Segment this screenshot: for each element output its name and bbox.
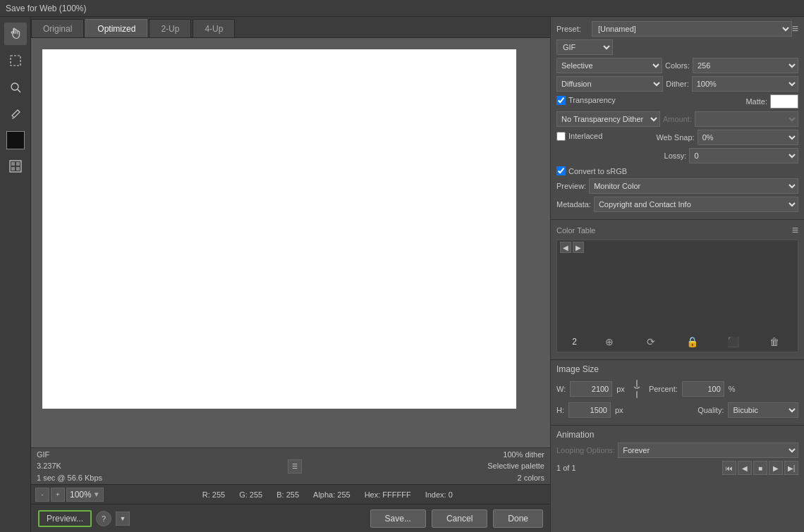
tab-original[interactable]: Original <box>31 19 84 37</box>
ct-icon3[interactable]: 🔒 <box>683 335 700 349</box>
svg-point-1 <box>11 83 18 90</box>
preview-button[interactable]: Preview... <box>38 510 92 527</box>
svg-rect-5 <box>16 162 20 166</box>
colors-select[interactable]: 256 <box>693 58 798 73</box>
canvas-content <box>42 49 516 409</box>
looping-row: Looping Options: Forever <box>556 443 798 458</box>
lossy-label: Lossy: <box>664 151 687 160</box>
zoom-out-btn[interactable]: - <box>35 488 49 502</box>
anim-next-btn[interactable]: ▶| <box>784 461 798 475</box>
ct-icon4[interactable]: ⬛ <box>724 335 741 349</box>
hex-value: Hex: FFFFFF <box>365 490 411 499</box>
format-select[interactable]: GIF <box>556 39 613 55</box>
transparency-row: Transparency Matte: <box>556 94 798 109</box>
color-table-header: Color Table ≡ <box>556 224 798 237</box>
color-table-nav: ◀ ▶ <box>560 242 584 253</box>
preview-setting-select[interactable]: Monitor Color <box>589 178 798 194</box>
preset-section: Preset: [Unnamed] ≡ GIF Selective Colors… <box>551 17 804 220</box>
percent-input[interactable] <box>682 381 724 397</box>
quality-select[interactable]: Bicubic <box>728 402 798 418</box>
width-input[interactable] <box>570 381 612 397</box>
transparency-checkbox-row: Transparency <box>556 96 743 105</box>
diffusion-row: Diffusion Dither: 100% <box>556 76 798 92</box>
looping-label: Looping Options: <box>556 446 615 454</box>
foreground-color-box[interactable] <box>6 131 25 149</box>
metadata-row: Metadata: Copyright and Contact Info <box>556 197 798 212</box>
help-button[interactable]: ? <box>96 511 111 526</box>
transparency-dither-select[interactable]: No Transparency Dither <box>556 111 660 127</box>
view-toggle-btn[interactable] <box>4 155 27 178</box>
page-of-label: 1 of 1 <box>556 464 576 472</box>
width-row: W: px Percent: % <box>556 378 798 400</box>
interlaced-row: Interlaced Web Snap: 0% <box>556 130 798 145</box>
svg-rect-4 <box>11 162 15 166</box>
anim-play-btn[interactable]: ▶ <box>769 461 783 475</box>
matte-color-box[interactable] <box>770 94 798 109</box>
anim-prev-btn[interactable]: ◀ <box>738 461 752 475</box>
tabs-bar: Original Optimized 2-Up 4-Up <box>31 17 550 38</box>
interlaced-checkbox[interactable] <box>556 132 566 141</box>
zoom-value-box[interactable]: 100% ▼ <box>66 488 104 502</box>
amount-select[interactable] <box>695 111 798 127</box>
canvas-area <box>31 38 550 447</box>
image-size-title: Image Size <box>556 364 798 374</box>
animation-controls: ⏮ ◀ ■ ▶ ▶| <box>722 461 798 475</box>
animation-section: Animation Looping Options: Forever 1 of … <box>551 426 804 479</box>
title-bar: Save for Web (100%) <box>0 0 804 17</box>
svg-rect-6 <box>11 167 15 171</box>
animation-title: Animation <box>556 430 798 440</box>
amount-label: Amount: <box>663 115 692 123</box>
marquee-tool-btn[interactable] <box>4 49 27 72</box>
height-input[interactable] <box>568 402 611 418</box>
format-row: GIF <box>556 39 798 55</box>
b-value: B: 255 <box>276 490 299 499</box>
color-table-menu-btn[interactable]: ≡ <box>792 224 798 237</box>
color-table-prev-btn[interactable]: ◀ <box>560 242 571 253</box>
lossy-row: Lossy: 0 <box>556 148 798 163</box>
ct-icon5[interactable]: 🗑 <box>766 335 783 349</box>
bottom-actions: Preview... ? ▼ Save... Cancel Done <box>31 504 550 532</box>
tab-optimized[interactable]: Optimized <box>85 19 147 37</box>
canvas-info-right: 100% dither Selective palette 2 colors <box>487 449 544 484</box>
transparency-checkbox[interactable] <box>556 96 566 105</box>
svg-rect-0 <box>11 56 20 66</box>
convert-srgb-checkbox[interactable] <box>556 166 566 175</box>
save-button[interactable]: Save... <box>370 509 426 528</box>
eyedropper-tool-btn[interactable] <box>4 103 27 125</box>
metadata-select[interactable]: Copyright and Contact Info <box>594 197 798 212</box>
dither-select[interactable]: 100% <box>692 76 798 92</box>
ct-icon1[interactable]: ⊕ <box>601 335 618 349</box>
preview-dropdown-btn[interactable]: ▼ <box>116 512 130 526</box>
colors-label: Colors: <box>665 61 690 70</box>
ct-icon2[interactable]: ⟳ <box>642 335 659 349</box>
color-table-section: Color Table ≡ ◀ ▶ 2 ⊕ ⟳ 🔒 ⬛ 🗑 <box>551 220 804 360</box>
selective-select[interactable]: Selective <box>556 58 662 73</box>
anim-first-btn[interactable]: ⏮ <box>722 461 736 475</box>
preset-menu-btn[interactable]: ≡ <box>792 23 798 35</box>
tab-2up[interactable]: 2-Up <box>149 19 191 37</box>
preset-label: Preset: <box>556 25 592 33</box>
cancel-button[interactable]: Cancel <box>432 509 487 528</box>
looping-select[interactable]: Forever <box>618 443 798 458</box>
right-panel: Preset: [Unnamed] ≡ GIF Selective Colors… <box>550 17 804 532</box>
zoom-in-btn[interactable]: + <box>51 488 65 502</box>
g-value: G: 255 <box>239 490 262 499</box>
hand-tool-btn[interactable] <box>4 23 27 45</box>
color-table-next-btn[interactable]: ▶ <box>573 242 584 253</box>
lossy-select[interactable]: 0 <box>689 148 798 163</box>
convert-srgb-row: Convert to sRGB <box>556 166 798 175</box>
index-value: Index: 0 <box>425 490 453 499</box>
done-button[interactable]: Done <box>493 509 543 528</box>
preset-select[interactable]: [Unnamed] <box>592 21 792 37</box>
selective-row: Selective Colors: 256 <box>556 58 798 73</box>
web-snap-select[interactable]: 0% <box>698 130 798 145</box>
canvas-info-bar: GIF 3.237K 1 sec @ 56.6 Kbps ☰ 100% dith… <box>31 447 550 484</box>
interlaced-label: Interlaced <box>568 132 602 140</box>
diffusion-select[interactable]: Diffusion <box>556 76 663 92</box>
canvas-menu-btn[interactable]: ☰ <box>288 459 302 474</box>
color-table-bottom-icons: 2 ⊕ ⟳ 🔒 ⬛ 🗑 <box>557 335 798 349</box>
tab-4up[interactable]: 4-Up <box>193 19 235 37</box>
zoom-tool-btn[interactable] <box>4 76 27 99</box>
anim-stop-btn[interactable]: ■ <box>753 461 767 475</box>
svg-line-2 <box>18 89 20 92</box>
